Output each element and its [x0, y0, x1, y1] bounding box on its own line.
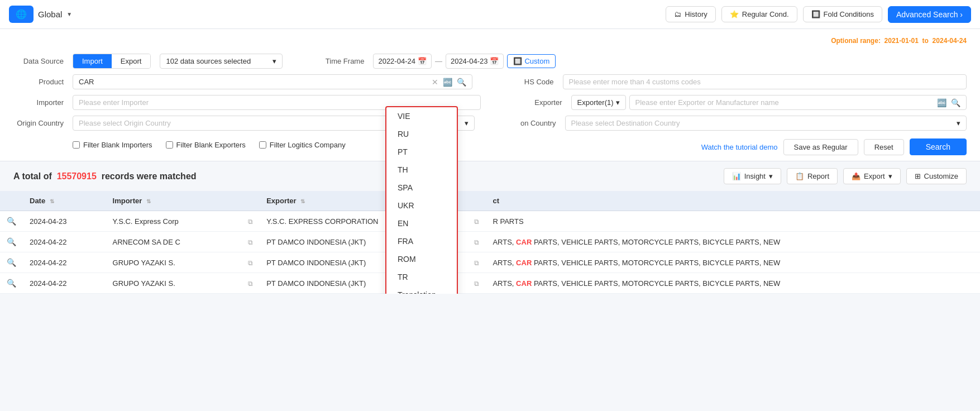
- dropdown-item[interactable]: FRA: [386, 232, 457, 250]
- history-button[interactable]: 🗂 History: [666, 6, 715, 22]
- filter-logistics-checkbox[interactable]: [259, 141, 266, 149]
- copy-icon-2[interactable]: ⧉: [474, 280, 479, 288]
- custom-icon: 🔲: [513, 57, 522, 65]
- dropdown-item[interactable]: VIE: [386, 107, 457, 125]
- exporter-label: Exporter: [512, 98, 562, 107]
- col-date[interactable]: Date ⇅: [23, 191, 106, 211]
- filter-logistics[interactable]: Filter Logitics Company: [259, 141, 346, 149]
- dropdown-item[interactable]: EN: [386, 214, 457, 232]
- header-right: 🗂 History ⭐ Regular Cond. 🔲 Fold Conditi…: [666, 6, 971, 23]
- calendar-icon-2: 📅: [490, 57, 499, 65]
- dropdown-item[interactable]: TH: [386, 161, 457, 179]
- filter-blank-exporters[interactable]: Filter Blank Exporters: [166, 141, 246, 149]
- cell-importer: ARNECOM SA DE C: [106, 232, 240, 252]
- customize-button[interactable]: ⊞ Customize: [906, 168, 967, 184]
- filter-blank-importers[interactable]: Filter Blank Importers: [73, 141, 152, 149]
- search-icon-2[interactable]: 🔍: [949, 97, 963, 108]
- report-icon: 📋: [795, 172, 804, 180]
- cell-date: 2024-04-22: [23, 252, 106, 273]
- origin-country-label: Origin Country: [13, 119, 64, 127]
- hs-code-input[interactable]: [563, 74, 967, 89]
- export-tab[interactable]: Export: [112, 54, 151, 68]
- copy-icon[interactable]: ⧉: [248, 280, 253, 288]
- chevron-down-icon[interactable]: ▼: [66, 11, 72, 17]
- filter-row: Filter Blank Importers Filter Blank Expo…: [13, 141, 346, 149]
- product-input[interactable]: [77, 75, 429, 89]
- fold-conditions-button[interactable]: 🔲 Fold Conditions: [803, 6, 882, 22]
- custom-button[interactable]: 🔲 Custom: [507, 54, 556, 68]
- dropdown-item[interactable]: TR: [386, 268, 457, 286]
- dropdown-item[interactable]: RU: [386, 125, 457, 143]
- dropdown-item[interactable]: SPA: [386, 179, 457, 197]
- cell-importer: Y.S.C. Express Corp: [106, 211, 240, 232]
- search-icon[interactable]: 🔍: [455, 77, 469, 88]
- copy-icon[interactable]: ⧉: [248, 259, 253, 267]
- clear-icon[interactable]: ✕: [429, 77, 441, 88]
- table-container: Date ⇅ Importer ⇅ Exporter ⇅ ct 🔍2024-04…: [0, 191, 980, 294]
- row-search-icon[interactable]: 🔍: [7, 237, 16, 246]
- date-end-input[interactable]: 2024-04-23 📅: [446, 54, 504, 69]
- dropdown-item[interactable]: Translation: [386, 286, 457, 294]
- header-bar: 🌐 Global ▼ 🗂 History ⭐ Regular Cond. 🔲 F…: [0, 0, 980, 29]
- data-sources-count: 102 data sources selected: [166, 57, 269, 65]
- table-row: 🔍2024-04-23Y.S.C. Express Corp⧉Y.S.C. EX…: [0, 211, 980, 232]
- cell-date: 2024-04-23: [23, 211, 106, 232]
- report-button[interactable]: 📋 Report: [787, 168, 838, 184]
- row-search-icon[interactable]: 🔍: [7, 279, 16, 288]
- reset-button[interactable]: Reset: [864, 139, 904, 155]
- form-row-importer: Importer Exporter Exporter(1) ▾ 🔤 🔍: [13, 95, 967, 110]
- exporter-input[interactable]: [633, 95, 935, 109]
- dropdown-item[interactable]: ROM: [386, 250, 457, 268]
- col-importer[interactable]: Importer ⇅: [106, 191, 240, 211]
- tutorial-link[interactable]: Watch the tutorial demo: [701, 143, 778, 151]
- advanced-search-button[interactable]: Advanced Search ›: [888, 6, 971, 23]
- range-end: 2024-04-24: [933, 37, 967, 45]
- table-row: 🔍2024-04-22ARNECOM SA DE C⧉PT DAMCO INDO…: [0, 232, 980, 252]
- row-search-icon[interactable]: 🔍: [7, 258, 16, 267]
- destination-country-label: on Country: [506, 119, 556, 127]
- filter-blank-importers-checkbox[interactable]: [73, 141, 80, 149]
- date-start-input[interactable]: 2022-04-24 📅: [373, 54, 432, 69]
- dropdown-item[interactable]: PT: [386, 143, 457, 161]
- copy-icon-2[interactable]: ⧉: [474, 218, 479, 226]
- form-row-datasource: Data Source Import Export 102 data sourc…: [13, 54, 967, 69]
- star-icon: ⭐: [730, 10, 739, 18]
- exporter-input-container: 🔤 🔍: [629, 95, 967, 110]
- filter-blank-exporters-checkbox[interactable]: [166, 141, 173, 149]
- global-button[interactable]: 🌐: [9, 6, 34, 23]
- translate-icon-2[interactable]: 🔤: [935, 97, 949, 108]
- save-regular-button[interactable]: Save as Regular: [783, 139, 858, 155]
- product-label: Product: [13, 78, 64, 86]
- copy-icon[interactable]: ⧉: [248, 238, 253, 246]
- import-tab[interactable]: Import: [73, 54, 112, 68]
- data-sources-select[interactable]: 102 data sources selected ▾: [160, 54, 283, 69]
- search-button[interactable]: Search: [910, 138, 967, 155]
- insight-button[interactable]: 📊 Insight ▾: [724, 168, 781, 184]
- table-body: 🔍2024-04-23Y.S.C. Express Corp⧉Y.S.C. EX…: [0, 211, 980, 294]
- regular-cond-button[interactable]: ⭐ Regular Cond.: [721, 6, 797, 22]
- form-row-origin: Origin Country Please select Origin Coun…: [13, 116, 967, 131]
- col-product: ct: [486, 191, 980, 211]
- copy-icon-2[interactable]: ⧉: [474, 238, 479, 246]
- cell-product: ARTS, CAR PARTS, VEHICLE PARTS, MOTORCYC…: [486, 273, 980, 294]
- cell-importer: GRUPO YAZAKI S.: [106, 252, 240, 273]
- copy-icon-2[interactable]: ⧉: [474, 259, 479, 267]
- row-search-icon[interactable]: 🔍: [7, 217, 16, 226]
- copy-icon[interactable]: ⧉: [248, 218, 253, 226]
- results-text: A total of 15570915 records were matched: [13, 171, 197, 181]
- destination-country-select[interactable]: Please select Destination Country ▾: [565, 116, 967, 131]
- dropdown-item[interactable]: UKR: [386, 197, 457, 214]
- action-row: Watch the tutorial demo Save as Regular …: [701, 136, 967, 155]
- global-icon: 🌐: [16, 9, 27, 20]
- exporter-type-select[interactable]: Exporter(1) ▾: [571, 95, 626, 110]
- hs-code-label: HS Code: [504, 78, 554, 86]
- export-button[interactable]: 📤 Export ▾: [843, 168, 901, 184]
- results-count: 15570915: [57, 171, 97, 181]
- header-left: 🌐 Global ▼: [9, 6, 72, 23]
- importer-label: Importer: [13, 98, 64, 107]
- exporter-group: Exporter(1) ▾ 🔤 🔍: [571, 95, 967, 110]
- translate-icon[interactable]: 🔤: [441, 77, 455, 88]
- calendar-icon: 📅: [418, 57, 427, 65]
- history-icon: 🗂: [674, 10, 681, 18]
- table-header-row: Date ⇅ Importer ⇅ Exporter ⇅ ct: [0, 191, 980, 211]
